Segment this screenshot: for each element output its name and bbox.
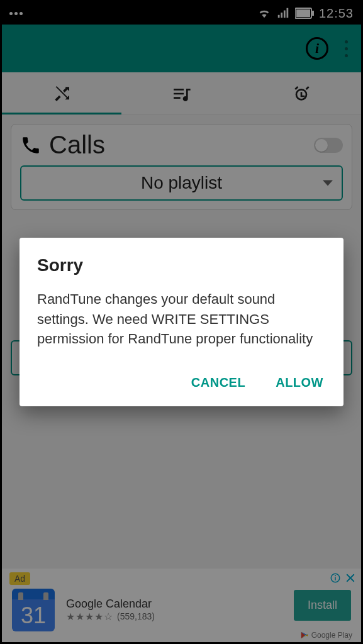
modal-overlay[interactable]: Sorry RandTune changes your default soun… [2, 2, 361, 642]
app-root: 12:53 i Calls [0, 0, 363, 644]
cancel-button[interactable]: CANCEL [189, 370, 248, 395]
permission-dialog: Sorry RandTune changes your default soun… [20, 238, 343, 407]
dialog-title: Sorry [37, 255, 326, 275]
dialog-message: RandTune changes your default sound sett… [37, 289, 326, 350]
allow-button[interactable]: ALLOW [273, 370, 326, 395]
